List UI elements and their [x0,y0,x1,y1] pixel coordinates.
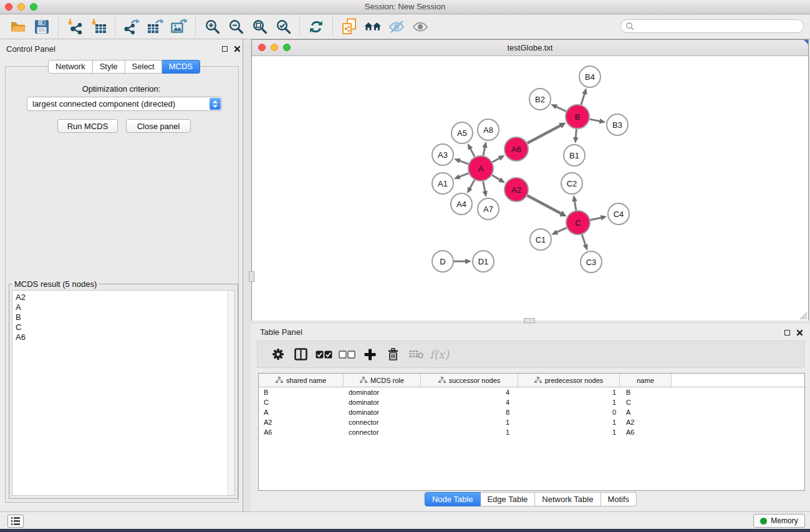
column-header-successor-nodes[interactable]: successor nodes [421,374,518,387]
close-panel-icon[interactable] [234,46,241,52]
mcds-result-item[interactable]: A2 [12,293,234,302]
graph-edge-C-C4[interactable] [591,218,602,220]
network-canvas[interactable]: AA1A3A5A8A4A7A6A2BB2B4B3B1CC2C4C1C3DD1 [252,56,808,321]
deselect-all-button[interactable] [335,343,359,365]
import-table-button[interactable] [87,16,110,37]
graph-edge-C-C1[interactable] [556,228,567,233]
table-row[interactable]: Cdominator41C [259,397,804,407]
edge-arrowhead-icon [454,158,461,163]
tab-mcds[interactable]: MCDS [162,60,200,74]
left-edge-handle[interactable] [249,271,254,282]
control-panel-tabs: NetworkStyleSelectMCDS [48,60,200,74]
graph-edge-B-B2[interactable] [556,106,566,111]
tab-network[interactable]: Network [48,60,93,74]
task-history-button[interactable] [7,515,24,528]
graph-edge-A-A7[interactable] [483,181,485,193]
column-header-name[interactable]: name [620,374,672,387]
graph-node-label: C1 [536,235,546,244]
network-title: testGlobe.txt [252,43,808,52]
zoom-out-button[interactable] [224,16,248,37]
reset-view-button[interactable] [361,16,385,37]
table-row[interactable]: Bdominator41B [259,387,804,397]
add-column-button[interactable] [359,343,382,365]
graph-edge-B-B4[interactable] [581,93,585,105]
save-session-button[interactable] [30,16,54,37]
refresh-layout-button[interactable] [304,16,328,37]
graph-edge-A-A5[interactable] [470,148,475,157]
mcds-result-item[interactable]: B [12,312,234,322]
graph-edge-A2-C[interactable] [528,195,562,214]
tab-select[interactable]: Select [125,60,162,74]
export-network-button[interactable] [120,16,143,37]
export-image-button[interactable] [167,16,191,37]
tab-node-table[interactable]: Node Table [425,492,481,506]
select-all-button[interactable] [312,343,335,365]
mcds-result-item[interactable]: A6 [12,332,234,342]
import-network-icon [67,19,83,35]
dropdown-stepper-icon [210,98,221,110]
graph-edge-A-A3[interactable] [458,160,468,164]
table-row[interactable]: A6connector11A6 [259,427,804,437]
graph-edge-B-B1[interactable] [576,129,576,138]
graph-edge-C-C2[interactable] [574,200,576,211]
tab-style[interactable]: Style [93,60,125,74]
zoom-fit-button[interactable] [248,16,271,37]
table-toolbar: f(x) [257,341,804,368]
search-input[interactable] [637,21,795,31]
tab-edge-table[interactable]: Edge Table [480,492,535,506]
graph-edge-A6-B[interactable] [528,125,562,143]
column-header-MCDS-role[interactable]: MCDS role [344,374,421,387]
function-builder-button[interactable]: f(x) [428,343,451,365]
memory-button[interactable]: Memory [753,514,805,528]
close-table-panel-icon[interactable] [796,329,803,336]
export-table-button[interactable] [143,16,167,37]
zoom-in-icon [205,19,220,34]
graph-edge-A-A1[interactable] [458,173,468,177]
result-scrollbar[interactable] [228,291,234,495]
tab-motifs[interactable]: Motifs [600,492,637,506]
table-row[interactable]: Adominator80A [259,407,804,417]
gear-button[interactable] [266,343,289,365]
toolbar-separator [332,17,333,37]
new-network-from-selection-button[interactable] [337,16,361,37]
edge-arrowhead-icon [573,137,578,143]
graph-edge-A-A6[interactable] [492,158,500,162]
mcds-result-box: MCDS result (5 nodes) A2ABCA6 [9,284,238,499]
graph-edge-B-B3[interactable] [590,119,601,122]
optimization-criterion-select[interactable]: largest connected component (directed) [27,97,222,111]
graph-edge-A-A2[interactable] [492,175,501,180]
zoom-in-button[interactable] [200,16,224,37]
float-table-panel-icon[interactable] [784,330,790,336]
graph-edge-A-A4[interactable] [470,180,475,189]
show-details-button[interactable] [408,16,432,37]
search-icon [625,22,634,31]
app-titlebar: Session: New Session [0,0,810,14]
resize-grip-icon[interactable] [799,312,808,320]
graph-node-label: B1 [569,151,579,160]
close-panel-button[interactable]: Close panel [126,119,191,133]
bottom-edge-handle[interactable] [524,318,535,323]
column-header-predecessor-nodes[interactable]: predecessor nodes [518,374,620,387]
table-panel: Table Panel [251,324,810,511]
float-panel-icon[interactable] [222,46,228,52]
status-bar: Memory [0,511,810,529]
open-file-button[interactable] [6,16,30,37]
graph-node-label: A6 [511,145,521,154]
delete-table-button[interactable] [405,343,428,365]
network-window: testGlobe.txt AA1A3A5A8A4A7A6A2BB2B4B3B1… [251,39,809,321]
table-row[interactable]: A2connector11A2 [259,417,804,427]
zoom-selected-button[interactable] [271,16,295,37]
hide-details-button[interactable] [385,16,408,37]
zoom-fit-icon [252,19,268,34]
split-view-button[interactable] [289,343,312,365]
graph-edge-A-A8[interactable] [483,147,485,156]
mcds-result-item[interactable]: C [12,322,234,332]
import-network-button[interactable] [63,16,87,37]
tab-network-table[interactable]: Network Table [535,492,600,506]
mcds-result-item[interactable]: A [12,302,234,312]
delete-column-button[interactable] [382,343,405,365]
selected-criterion: largest connected component (directed) [32,99,175,109]
graph-edge-C-C3[interactable] [582,235,586,246]
column-header-shared-name[interactable]: shared name [259,374,344,387]
run-mcds-button[interactable]: Run MCDS [57,119,118,133]
